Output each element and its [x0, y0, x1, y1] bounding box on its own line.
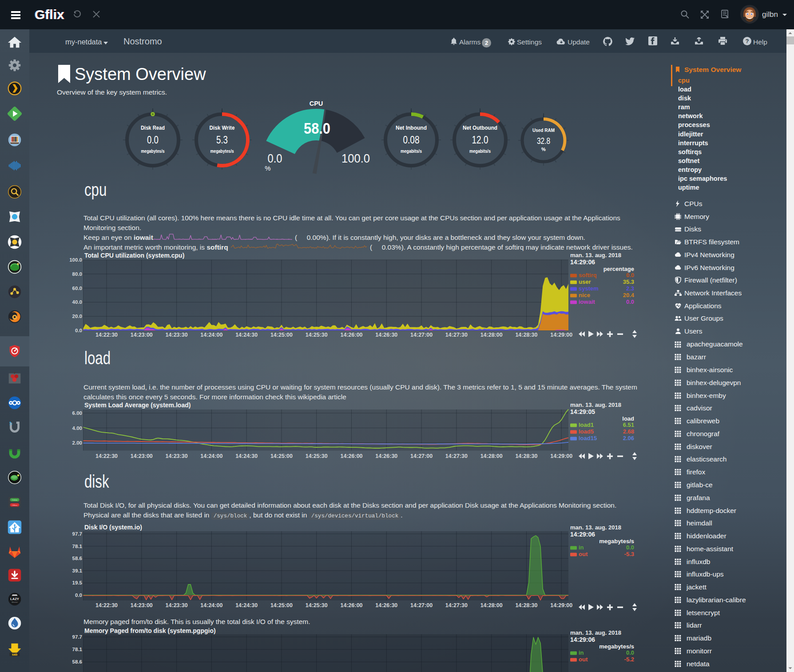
svg-text:sab: sab: [12, 653, 18, 656]
svg-text:?: ?: [746, 38, 749, 44]
svg-text:LAZY: LAZY: [10, 597, 19, 601]
svg-text:Offline: Offline: [12, 504, 18, 506]
svg-text:Online: Online: [12, 499, 18, 501]
svg-text:librarian: librarian: [12, 601, 18, 603]
